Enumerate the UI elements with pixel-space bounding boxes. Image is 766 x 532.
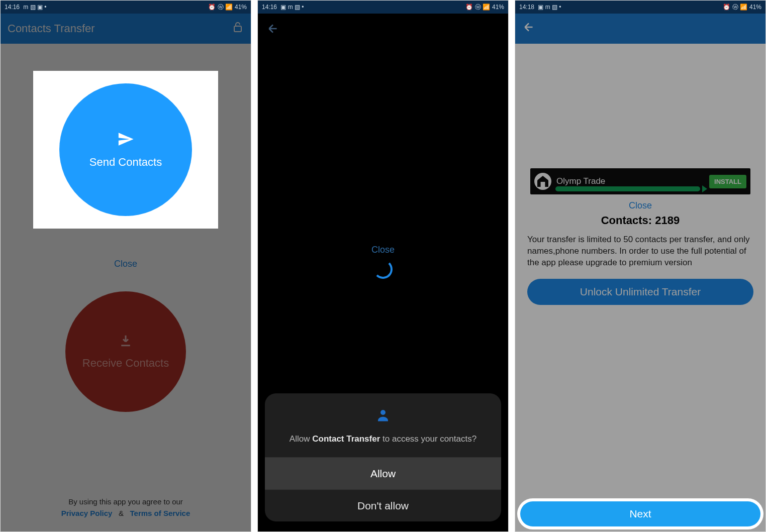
perm-suffix: to access your contacts? xyxy=(380,434,476,444)
clock: 14:16 xyxy=(262,4,277,11)
close-link[interactable]: Close xyxy=(258,245,508,255)
loading-spinner-icon xyxy=(373,260,393,279)
dont-allow-button[interactable]: Don't allow xyxy=(265,489,501,521)
permission-text: Allow Contact Transfer to access your co… xyxy=(265,434,501,457)
clock: 14:16 xyxy=(5,4,20,11)
next-button[interactable]: Next xyxy=(520,501,760,526)
screen-2-permission: 14:16 ▣ m ▧ • ⏰ ⓦ 📶 41% Close Allow Cont… xyxy=(257,0,509,532)
person-icon xyxy=(265,407,501,426)
permission-dialog: Allow Contact Transfer to access your co… xyxy=(265,393,501,521)
status-icons-right: ⏰ ⓦ 📶 xyxy=(465,3,490,12)
screen-3-contacts-count: 14:18 ▣ m ▧ • ⏰ ⓦ 📶 41% Olymp Trade INST… xyxy=(515,0,766,532)
perm-prefix: Allow xyxy=(290,434,312,444)
perm-app-name: Contact Transfer xyxy=(312,434,380,444)
send-icon xyxy=(117,131,134,151)
status-bar: 14:16 ▣ m ▧ • ⏰ ⓦ 📶 41% xyxy=(258,1,508,14)
dim-overlay xyxy=(515,14,765,531)
clock: 14:18 xyxy=(519,4,534,11)
status-icons-left: ▣ m ▧ • xyxy=(279,4,304,11)
battery-text: 41% xyxy=(235,4,247,11)
allow-button[interactable]: Allow xyxy=(265,457,501,489)
send-highlight-card: Send Contacts xyxy=(33,71,218,229)
battery-text: 41% xyxy=(492,4,504,11)
status-bar: 14:16 m ▧ ▣ • ⏰ ⓦ 📶 41% xyxy=(1,1,251,14)
status-icons-right: ⏰ ⓦ 📶 xyxy=(723,3,747,12)
screen-1-send-contacts: 14:16 m ▧ ▣ • ⏰ ⓦ 📶 41% Contacts Transfe… xyxy=(0,0,251,532)
send-contacts-button[interactable]: Send Contacts xyxy=(59,83,192,216)
send-label: Send Contacts xyxy=(89,156,162,169)
svg-point-1 xyxy=(380,410,386,415)
battery-text: 41% xyxy=(749,4,761,11)
status-icons-left: ▣ m ▧ • xyxy=(536,4,561,11)
dark-body: Close Allow Contact Transfer to access y… xyxy=(258,14,508,531)
status-bar: 14:18 ▣ m ▧ • ⏰ ⓦ 📶 41% xyxy=(515,1,765,14)
back-button[interactable] xyxy=(258,14,288,44)
status-icons-right: ⏰ ⓦ 📶 xyxy=(208,3,233,12)
status-icons-left: m ▧ ▣ • xyxy=(22,4,47,11)
